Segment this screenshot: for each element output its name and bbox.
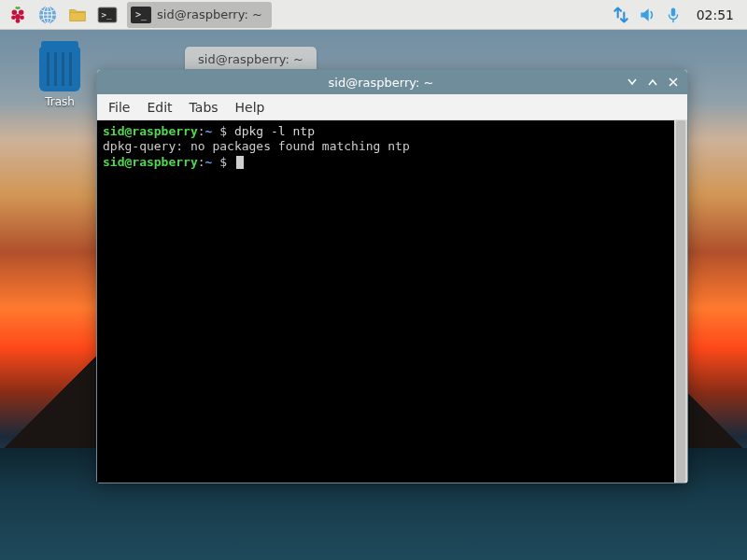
prompt-dollar: $ — [212, 124, 233, 138]
window-titlebar[interactable]: sid@raspberry: ~ — [97, 70, 687, 94]
svg-text:>_: >_ — [102, 8, 113, 19]
prompt-sep: : — [198, 124, 205, 138]
window-title: sid@raspberry: ~ — [144, 76, 618, 90]
cursor — [236, 156, 244, 169]
menubar: File Edit Tabs Help — [97, 94, 687, 120]
svg-point-3 — [11, 15, 16, 20]
menu-raspberry-icon[interactable] — [4, 2, 32, 28]
menu-tabs[interactable]: Tabs — [190, 100, 218, 115]
window-tab-ghost: sid@raspberry: ~ — [185, 47, 317, 72]
prompt-dollar: $ — [212, 155, 233, 169]
scrollbar-thumb[interactable] — [676, 120, 685, 483]
microphone-icon[interactable] — [661, 6, 685, 24]
terminal-icon: >_ — [131, 7, 151, 23]
trash-label: Trash — [34, 95, 86, 108]
terminal-body: sid@raspberry:~ $ dpkg -l ntp dpkg-query… — [97, 120, 687, 483]
menu-help[interactable]: Help — [235, 100, 265, 115]
menu-file[interactable]: File — [108, 100, 130, 115]
window-close-icon[interactable] — [667, 76, 680, 89]
svg-point-4 — [20, 15, 24, 20]
taskbar-app-label: sid@raspberry: ~ — [157, 7, 262, 21]
clock[interactable]: 02:51 — [687, 7, 743, 22]
taskbar-app-terminal[interactable]: >_ sid@raspberry: ~ — [127, 2, 272, 28]
prompt-sep: : — [198, 155, 205, 169]
volume-icon[interactable] — [635, 6, 659, 24]
svg-rect-10 — [670, 7, 675, 16]
terminal-launcher-icon[interactable]: >_ — [93, 2, 121, 28]
menu-edit[interactable]: Edit — [147, 100, 172, 115]
scrollbar-track[interactable] — [674, 120, 687, 483]
svg-point-0 — [12, 9, 17, 15]
output-line-1: dpkg-query: no packages found matching n… — [103, 139, 410, 153]
network-icon[interactable] — [609, 6, 633, 24]
prompt-user-host: sid@raspberry — [103, 124, 198, 138]
terminal-output[interactable]: sid@raspberry:~ $ dpkg -l ntp dpkg-query… — [97, 120, 674, 483]
file-manager-icon[interactable] — [63, 2, 92, 28]
scrollbar[interactable] — [674, 120, 687, 483]
svg-point-5 — [16, 19, 21, 23]
prompt-user-host: sid@raspberry — [103, 155, 198, 169]
terminal-window: sid@raspberry: ~ File Edit Tabs Help sid… — [96, 69, 688, 483]
command-1: dpkg -l ntp — [234, 124, 315, 138]
desktop-trash[interactable]: Trash — [34, 47, 86, 108]
window-maximize-icon[interactable] — [646, 76, 659, 89]
svg-point-2 — [15, 13, 21, 19]
trash-icon — [39, 47, 80, 91]
svg-point-1 — [19, 9, 23, 15]
taskbar: >_ >_ sid@raspberry: ~ 02:51 — [0, 0, 747, 30]
web-browser-icon[interactable] — [34, 2, 62, 28]
window-minimize-icon[interactable] — [626, 76, 639, 89]
